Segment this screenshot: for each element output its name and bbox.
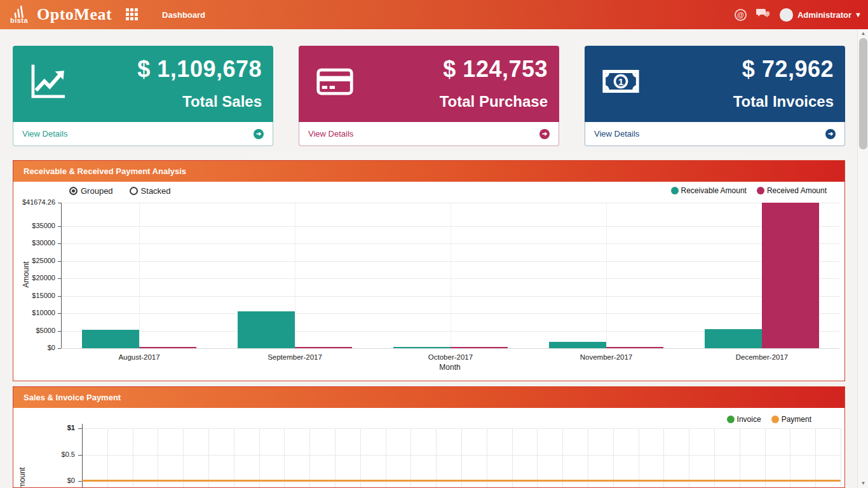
apps-grid-icon[interactable] — [126, 8, 139, 22]
bar-receivable — [238, 311, 295, 348]
kpi-card-total-purchase: $ 124,753 Total Purchase View Details ➜ — [299, 46, 559, 146]
y-axis-title: Amount — [22, 217, 31, 332]
bar-receivable — [705, 329, 762, 348]
y-tick-label: $41674.26 — [13, 198, 55, 206]
radio-stacked[interactable]: Stacked — [130, 186, 171, 196]
kpi-cards-row: $ 1,109,678 Total Sales View Details ➜ $… — [13, 46, 845, 146]
grid-line — [790, 428, 790, 488]
bista-logo-text: bista — [10, 17, 28, 24]
kpi-amount: $ 72,962 — [742, 56, 834, 83]
grid-line — [82, 455, 841, 456]
x-tick-label: November-2017 — [549, 353, 663, 361]
credit-card-icon — [315, 62, 355, 100]
scrollbar-thumb[interactable] — [859, 38, 867, 149]
legend-dot-icon — [757, 187, 764, 194]
grid-line — [639, 428, 639, 488]
svg-text:1: 1 — [618, 76, 624, 87]
grid-line — [259, 428, 260, 488]
grid-line — [663, 428, 664, 488]
arrow-circle-icon: ➜ — [825, 129, 836, 139]
grid-line — [588, 428, 588, 488]
legend-payment[interactable]: Payment — [771, 415, 811, 424]
arrow-circle-icon: ➜ — [539, 129, 550, 139]
grid-line — [208, 428, 209, 488]
scroll-down-icon[interactable]: ▼ — [858, 479, 868, 488]
activities-icon[interactable]: @ — [735, 9, 747, 21]
legend-label: Payment — [782, 415, 811, 424]
kpi-card-total-invoices-body: 1 $ 72,962 Total Invoices — [585, 46, 845, 122]
bar-receivable — [549, 342, 606, 348]
avatar — [780, 8, 793, 22]
grid-line — [335, 428, 336, 488]
radio-stacked-label: Stacked — [141, 186, 171, 196]
radio-grouped[interactable]: Grouped — [69, 186, 113, 196]
chart-mode-controls: Grouped Stacked — [69, 186, 171, 196]
y-tick-label: $0 — [13, 344, 55, 351]
x-axis-title: Month — [386, 363, 513, 372]
panel-title: Receivable & Received Payment Analysis — [13, 161, 844, 182]
panel-title: Sales & Invoice Payment — [13, 387, 844, 408]
view-details-label: View Details — [22, 129, 67, 139]
y-tick-label: $25000 — [13, 257, 55, 264]
legend-label: Invoice — [737, 415, 761, 424]
y-tick-label: $30000 — [13, 239, 55, 247]
y-tick-label: $1 — [13, 424, 75, 431]
view-details-total-purchase[interactable]: View Details ➜ — [299, 122, 559, 146]
x-tick-label: December-2017 — [705, 353, 819, 361]
view-details-label: View Details — [308, 129, 353, 139]
messages-icon[interactable] — [756, 8, 770, 22]
radio-unselected-icon — [130, 187, 138, 195]
kpi-label: Total Sales — [182, 93, 262, 111]
y-axis-line — [82, 424, 83, 488]
sales-invoice-panel: Sales & Invoice Payment Invoice Payment … — [13, 386, 845, 488]
legend-dot-icon — [771, 416, 779, 423]
x-tick-label: August-2017 — [82, 353, 196, 361]
grid-line — [740, 428, 740, 488]
app-title: OptoMeat — [37, 5, 112, 24]
kpi-card-total-sales: $ 1,109,678 Total Sales View Details ➜ — [13, 46, 273, 146]
chart1-legend: Receivable Amount Received Amount — [671, 186, 827, 195]
topbar: bista OptoMeat Dashboard @ Administrator… — [0, 0, 868, 29]
view-details-total-sales[interactable]: View Details ➜ — [13, 122, 273, 146]
grid-line — [139, 203, 140, 348]
grid-line — [410, 428, 411, 488]
bar-received — [762, 203, 819, 348]
grid-line — [461, 428, 462, 488]
grid-line — [537, 428, 538, 488]
grid-line — [82, 428, 841, 429]
y-tick-label: $15000 — [13, 292, 55, 299]
y-axis-line — [61, 203, 62, 348]
line-chart-icon — [29, 62, 69, 100]
bista-logo[interactable]: bista — [5, 6, 33, 24]
grid-line — [234, 428, 234, 488]
grid-line — [183, 428, 184, 488]
receivable-payment-panel: Receivable & Received Payment Analysis G… — [13, 160, 845, 381]
scroll-up-icon[interactable]: ▲ — [858, 29, 868, 38]
y-tick-label: $20000 — [13, 274, 55, 281]
grid-line — [613, 428, 614, 488]
grid-line — [765, 428, 766, 488]
grid-line — [386, 428, 386, 488]
legend-received-amount[interactable]: Received Amount — [757, 186, 827, 195]
x-tick-label: October-2017 — [393, 353, 508, 361]
y-tick-label: $5000 — [13, 327, 55, 334]
menu-dashboard[interactable]: Dashboard — [156, 2, 212, 28]
legend-receivable-amount[interactable]: Receivable Amount — [671, 186, 747, 195]
page-scrollbar[interactable]: ▲ ▼ — [857, 29, 868, 488]
grid-line — [158, 428, 158, 488]
legend-label: Receivable Amount — [681, 186, 747, 195]
grid-line — [451, 203, 451, 348]
grid-line — [295, 203, 295, 348]
legend-invoice[interactable]: Invoice — [727, 415, 761, 424]
y-axis-title: Amount — [18, 442, 27, 488]
chevron-down-icon: ▼ — [855, 11, 862, 18]
payment-line — [82, 480, 841, 482]
kpi-amount: $ 124,753 — [443, 56, 548, 83]
grid-line — [815, 428, 816, 488]
y-tick-label: $10000 — [13, 309, 55, 316]
kpi-amount: $ 1,109,678 — [137, 56, 262, 83]
kpi-card-total-sales-body: $ 1,109,678 Total Sales — [13, 46, 273, 122]
user-menu[interactable]: Administrator ▼ — [780, 8, 862, 22]
grid-line — [107, 428, 108, 488]
view-details-total-invoices[interactable]: View Details ➜ — [585, 122, 845, 146]
